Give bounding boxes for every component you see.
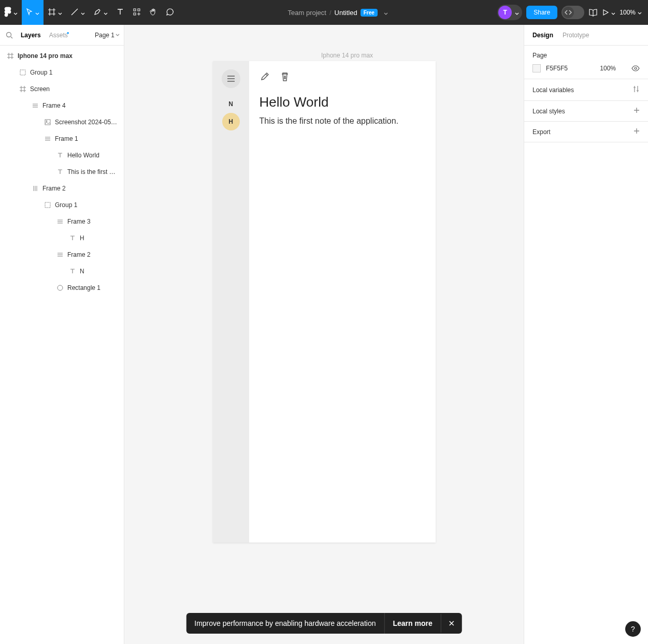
layer-tree: Iphone 14 pro maxGroup 1ScreenFrame 4Scr… bbox=[0, 46, 124, 298]
top-toolbar: Team project / Untitled Free T Share bbox=[0, 0, 648, 25]
move-tool-button[interactable] bbox=[22, 0, 44, 25]
pen-tool-button[interactable] bbox=[89, 0, 112, 25]
layer-label: Frame 2 bbox=[67, 251, 91, 258]
layer-row[interactable]: Frame 3 bbox=[0, 213, 124, 230]
resources-tool-button[interactable] bbox=[128, 0, 145, 25]
toast-learn-more[interactable]: Learn more bbox=[384, 613, 440, 634]
present-button[interactable] bbox=[602, 9, 615, 17]
menu-button bbox=[222, 69, 240, 88]
pen-icon bbox=[93, 8, 102, 18]
close-icon bbox=[449, 620, 455, 626]
text-icon bbox=[56, 169, 64, 175]
prototype-tab[interactable]: Prototype bbox=[563, 32, 589, 39]
left-panel: Layers Assets● Page 1 Iphone 14 pro maxG… bbox=[0, 25, 124, 644]
breadcrumb-project[interactable]: Team project bbox=[288, 9, 326, 17]
svg-point-9 bbox=[57, 285, 63, 290]
layer-row[interactable]: This is the first … bbox=[0, 164, 124, 180]
layout-icon bbox=[31, 103, 39, 109]
local-styles-section[interactable]: Local styles bbox=[524, 101, 648, 122]
layer-label: Group 1 bbox=[30, 69, 52, 76]
toolbar-center: Team project / Untitled Free bbox=[178, 9, 497, 17]
svg-rect-1 bbox=[134, 9, 136, 11]
page-selector[interactable]: Page 1 bbox=[95, 32, 120, 39]
toast-close-button[interactable] bbox=[441, 614, 462, 633]
color-swatch[interactable] bbox=[532, 64, 541, 72]
plus-icon[interactable] bbox=[633, 107, 640, 115]
avatar-group[interactable]: T bbox=[497, 5, 522, 20]
color-opacity[interactable]: 100% bbox=[600, 65, 616, 72]
layer-row[interactable]: Frame 1 bbox=[0, 130, 124, 147]
plus-icon[interactable] bbox=[633, 128, 640, 136]
text-tool-button[interactable] bbox=[112, 0, 128, 25]
frame-label[interactable]: Iphone 14 pro max bbox=[321, 52, 373, 59]
page-background-row[interactable]: F5F5F5 100% bbox=[532, 64, 640, 72]
color-hex[interactable]: F5F5F5 bbox=[546, 65, 568, 72]
group-icon bbox=[44, 202, 52, 208]
layer-row[interactable]: Iphone 14 pro max bbox=[0, 48, 124, 64]
layer-row[interactable]: Group 1 bbox=[0, 197, 124, 213]
file-name[interactable]: Untitled bbox=[335, 9, 357, 17]
layer-row[interactable]: Hello World bbox=[0, 147, 124, 164]
page-section-title: Page bbox=[532, 52, 640, 59]
comment-tool-button[interactable] bbox=[162, 0, 178, 25]
page-selector-label: Page 1 bbox=[95, 32, 114, 39]
layer-row[interactable]: Screen bbox=[0, 81, 124, 97]
layer-row[interactable]: Frame 2 bbox=[0, 180, 124, 197]
frame-icon bbox=[48, 8, 56, 18]
layer-label: Screenshot 2024-05… bbox=[55, 119, 117, 126]
page-section: Page F5F5F5 100% bbox=[524, 46, 648, 79]
layer-row[interactable]: Group 1 bbox=[0, 64, 124, 81]
cursor-icon bbox=[26, 8, 33, 18]
chevron-down-icon bbox=[104, 9, 108, 17]
local-styles-label: Local styles bbox=[532, 108, 565, 115]
design-tab[interactable]: Design bbox=[532, 32, 553, 39]
zoom-control[interactable]: 100% bbox=[620, 9, 642, 16]
library-button[interactable] bbox=[588, 8, 598, 17]
layer-row[interactable]: Rectangle 1 bbox=[0, 280, 124, 296]
ellipse-icon bbox=[56, 285, 64, 291]
chevron-down-icon[interactable] bbox=[384, 9, 388, 17]
grid-plus-icon bbox=[133, 8, 141, 18]
layer-row[interactable]: Screenshot 2024-05… bbox=[0, 114, 124, 130]
main-area: Layers Assets● Page 1 Iphone 14 pro maxG… bbox=[0, 25, 648, 644]
note-tab-n: N bbox=[222, 95, 240, 113]
layer-row[interactable]: Frame 2 bbox=[0, 246, 124, 263]
layer-row[interactable]: Frame 4 bbox=[0, 97, 124, 114]
frame-tool-button[interactable] bbox=[44, 0, 66, 25]
help-button[interactable]: ? bbox=[625, 621, 641, 637]
right-panel: Design Prototype Page F5F5F5 100% Local … bbox=[524, 25, 648, 644]
hand-icon bbox=[149, 8, 157, 18]
chevron-down-icon bbox=[35, 9, 39, 17]
image-icon bbox=[44, 119, 52, 125]
user-avatar: T bbox=[498, 6, 512, 19]
chevron-down-icon bbox=[513, 9, 521, 17]
left-panel-tabs: Layers Assets● Page 1 bbox=[0, 25, 124, 46]
layer-label: Frame 1 bbox=[55, 135, 78, 142]
visibility-toggle[interactable] bbox=[631, 65, 640, 71]
assets-notification-dot: ● bbox=[67, 31, 69, 35]
layer-label: Hello World bbox=[67, 152, 99, 159]
local-variables-section[interactable]: Local variables bbox=[524, 79, 648, 101]
main-menu-button[interactable] bbox=[0, 0, 22, 25]
note-tab-h: H bbox=[222, 113, 240, 130]
share-button[interactable]: Share bbox=[526, 6, 557, 19]
assets-tab[interactable]: Assets● bbox=[47, 32, 73, 39]
artboard-iphone[interactable]: NH Hello World This is the first note of… bbox=[213, 61, 436, 543]
sliders-icon[interactable] bbox=[632, 85, 640, 94]
svg-rect-8 bbox=[45, 202, 50, 208]
export-section[interactable]: Export bbox=[524, 122, 648, 142]
search-button[interactable] bbox=[4, 32, 15, 39]
layers-tab[interactable]: Layers bbox=[19, 32, 43, 39]
layer-row[interactable]: N bbox=[0, 263, 124, 280]
comment-icon bbox=[166, 8, 174, 18]
canvas[interactable]: Iphone 14 pro max NH Hello World bbox=[124, 25, 524, 644]
dev-mode-toggle[interactable] bbox=[561, 6, 584, 19]
layer-row[interactable]: H bbox=[0, 230, 124, 246]
hand-tool-button[interactable] bbox=[145, 0, 162, 25]
layout-icon bbox=[44, 136, 52, 142]
layout-icon bbox=[56, 218, 64, 225]
local-variables-label: Local variables bbox=[532, 86, 574, 94]
shape-tool-button[interactable] bbox=[66, 0, 89, 25]
layer-label: This is the first … bbox=[67, 168, 116, 175]
chevron-down-icon bbox=[58, 9, 62, 17]
